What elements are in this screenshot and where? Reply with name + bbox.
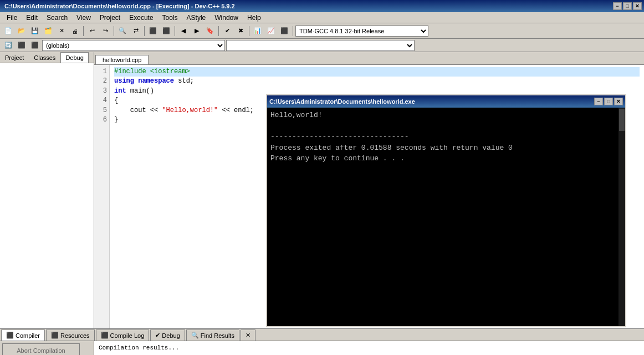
bottom-panel: ⬛ Compiler ⬛ Resources ⬛ Compile Log ✔ D… xyxy=(0,328,644,355)
bookmark-btn[interactable]: 🔖 xyxy=(204,25,216,37)
compiler-selector[interactable]: TDM-GCC 4.8.1 32-bit Release xyxy=(295,26,428,37)
tab-project[interactable]: Project xyxy=(0,52,29,63)
close-btn[interactable]: ✕ xyxy=(55,25,68,37)
tab-debug[interactable]: Debug xyxy=(60,52,88,63)
left-tabs: Project Classes Debug xyxy=(0,52,94,63)
sep3 xyxy=(144,26,145,36)
code-line-2: using namespace std; xyxy=(114,77,640,86)
title-text: C:\Users\Administrator\Documents\hellowo… xyxy=(2,3,235,9)
menu-edit[interactable]: Edit xyxy=(22,13,42,23)
menu-search[interactable]: Search xyxy=(42,13,72,23)
find-button[interactable]: 🔍 xyxy=(116,25,129,37)
save-all-button[interactable]: 🗂️ xyxy=(42,25,54,37)
replace-button[interactable]: ⇄ xyxy=(130,25,142,37)
unindent-btn[interactable]: ⬛ xyxy=(160,25,172,37)
redo-button[interactable]: ↪ xyxy=(99,25,111,37)
nav-back-button[interactable]: ◀ xyxy=(177,25,190,37)
print-button[interactable]: 🖨 xyxy=(69,25,81,37)
minimize-button[interactable]: − xyxy=(613,2,622,10)
sep1 xyxy=(83,26,84,36)
proj-icon-btn[interactable]: ⬛ xyxy=(29,39,41,52)
menu-bar: File Edit Search View Project Execute To… xyxy=(0,12,644,23)
resources-tab-icon: ⬛ xyxy=(51,332,59,339)
line-num-5: 5 xyxy=(96,106,107,115)
console-minimize-button[interactable]: − xyxy=(594,98,603,105)
console-window: C:\Users\Administrator\Documents\hellowo… xyxy=(266,94,626,327)
title-bar: C:\Users\Administrator\Documents\hellowo… xyxy=(0,0,644,12)
tab-resources[interactable]: ⬛ Resources xyxy=(46,329,95,341)
menu-help[interactable]: Help xyxy=(243,13,265,23)
code-line-1: #include <iostream> xyxy=(114,67,640,77)
line-num-6: 6 xyxy=(96,115,107,125)
console-scrollbar[interactable] xyxy=(619,108,625,326)
window-buttons: − □ ✕ xyxy=(613,2,642,10)
menu-tools[interactable]: Tools xyxy=(158,13,182,23)
menu-project[interactable]: Project xyxy=(95,13,125,23)
console-close-button[interactable]: ✕ xyxy=(614,98,623,105)
toolbar-main: 📄 📂 💾 🗂️ ✕ 🖨 ↩ ↪ 🔍 ⇄ ⬛ ⬛ ◀ ▶ 🔖 ✔ ✖ 📊 📈 ⬛… xyxy=(0,23,644,39)
open-button[interactable]: 📂 xyxy=(16,25,28,37)
sep2 xyxy=(114,26,114,36)
toolbar-secondary: 🔄 ⬛ ⬛ (globals) xyxy=(0,39,644,52)
abort-compilation-button[interactable]: Abort Compilation xyxy=(2,343,80,355)
close-button[interactable]: ✕ xyxy=(633,2,642,10)
maximize-button[interactable]: □ xyxy=(623,2,632,10)
symbol-combo[interactable] xyxy=(226,40,415,51)
chart3-btn[interactable]: ⬛ xyxy=(278,25,290,37)
tab-extra[interactable]: ✕ xyxy=(241,329,255,341)
bottom-content: Abort Compilation Shorten compiler paths… xyxy=(0,341,644,355)
file-tab-helloworld[interactable]: helloworld.cpp xyxy=(95,55,149,64)
sep4 xyxy=(175,26,175,36)
console-maximize-button[interactable]: □ xyxy=(604,98,613,105)
sep7 xyxy=(293,26,293,36)
chart2-btn[interactable]: 📈 xyxy=(265,25,277,37)
tab-compiler[interactable]: ⬛ Compiler xyxy=(1,329,45,341)
menu-view[interactable]: View xyxy=(72,13,95,23)
chart1-btn[interactable]: 📊 xyxy=(252,25,264,37)
proj-open-btn[interactable]: ⬛ xyxy=(16,39,28,52)
debug-tab-icon: ✔ xyxy=(155,332,160,339)
stop-btn[interactable]: ✖ xyxy=(234,25,247,37)
globals-combo[interactable]: (globals) xyxy=(42,40,225,51)
line-num-2: 2 xyxy=(96,77,107,86)
undo-button[interactable]: ↩ xyxy=(86,25,98,37)
line-num-3: 3 xyxy=(96,87,107,96)
console-win-buttons: − □ ✕ xyxy=(594,98,623,105)
new-button[interactable]: 📄 xyxy=(2,25,14,37)
compile-log-tab-icon: ⬛ xyxy=(101,332,109,339)
bottom-tabs: ⬛ Compiler ⬛ Resources ⬛ Compile Log ✔ D… xyxy=(0,329,644,341)
left-bottom-controls: Abort Compilation Shorten compiler paths xyxy=(0,341,94,355)
compile-btn[interactable]: ✔ xyxy=(221,25,233,37)
menu-file[interactable]: File xyxy=(2,13,22,23)
tab-find-results[interactable]: 🔍 Find Results xyxy=(186,329,239,341)
console-title-text: C:\Users\Administrator\Documents\hellowo… xyxy=(269,98,415,105)
nav-fwd-button[interactable]: ▶ xyxy=(191,25,203,37)
compiler-tab-icon: ⬛ xyxy=(6,332,14,339)
tab-compile-log[interactable]: ⬛ Compile Log xyxy=(96,329,150,341)
sep6 xyxy=(249,26,249,36)
tab-classes[interactable]: Classes xyxy=(29,52,60,63)
menu-astyle[interactable]: AStyle xyxy=(182,13,211,23)
file-tabs: helloworld.cpp xyxy=(94,52,644,64)
line-numbers: 1 2 3 4 5 6 xyxy=(94,65,110,328)
proj-new-btn[interactable]: 🔄 xyxy=(2,39,14,52)
console-title-bar: C:\Users\Administrator\Documents\hellowo… xyxy=(267,95,625,108)
menu-window[interactable]: Window xyxy=(210,13,243,23)
line-num-4: 4 xyxy=(96,96,107,105)
left-panel: Project Classes Debug xyxy=(0,52,94,328)
sep5 xyxy=(218,26,219,36)
console-body: Hello,world! ---------------------------… xyxy=(267,108,625,326)
line-num-1: 1 xyxy=(96,67,107,77)
console-scroll-thumb[interactable] xyxy=(619,109,625,131)
compilation-output: Compilation results... -------- - Errors… xyxy=(94,341,644,355)
left-content xyxy=(0,63,94,328)
indent-btn[interactable]: ⬛ xyxy=(147,25,159,37)
save-button[interactable]: 💾 xyxy=(29,25,41,37)
menu-execute[interactable]: Execute xyxy=(125,13,157,23)
tab-debug-bottom[interactable]: ✔ Debug xyxy=(150,329,185,341)
console-output: Hello,world! ---------------------------… xyxy=(270,110,622,164)
find-tab-icon: 🔍 xyxy=(191,332,199,339)
